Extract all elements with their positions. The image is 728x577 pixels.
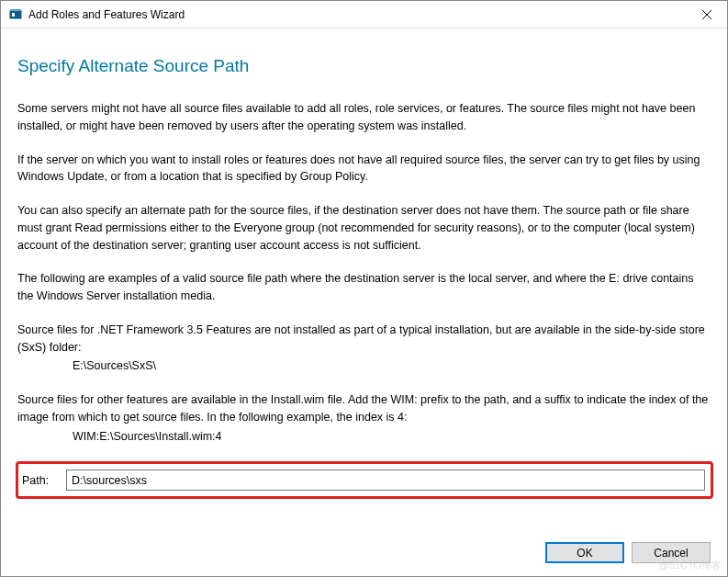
paragraph-1: Some servers might not have all source f…	[17, 100, 711, 135]
paragraph-5: Source files for .NET Framework 3.5 Feat…	[17, 322, 711, 356]
watermark: @51CTO博客	[659, 559, 722, 572]
paragraph-4: The following are examples of a valid so…	[17, 270, 711, 305]
path-input[interactable]	[66, 470, 705, 491]
paragraph-2: If the server on which you want to insta…	[17, 152, 711, 187]
svg-rect-0	[10, 11, 21, 18]
app-icon	[8, 7, 23, 22]
example-path-2: WIM:E:\Sources\Install.wim:4	[17, 428, 711, 446]
page-heading: Specify Alternate Source Path	[17, 56, 711, 76]
svg-rect-1	[10, 9, 21, 11]
titlebar: Add Roles and Features Wizard	[1, 1, 727, 28]
example-path-1: E:\Sources\SxS\	[17, 357, 711, 375]
dialog-content: Specify Alternate Source Path Some serve…	[1, 28, 727, 508]
ok-button[interactable]: OK	[545, 542, 624, 563]
path-input-row: Path:	[16, 461, 713, 499]
path-label: Path:	[18, 474, 59, 487]
window-title: Add Roles and Features Wizard	[28, 8, 686, 21]
close-button[interactable]	[686, 1, 727, 28]
paragraph-6: Source files for other features are avai…	[17, 391, 711, 426]
svg-rect-2	[12, 13, 15, 17]
paragraph-3: You can also specify an alternate path f…	[17, 202, 711, 254]
